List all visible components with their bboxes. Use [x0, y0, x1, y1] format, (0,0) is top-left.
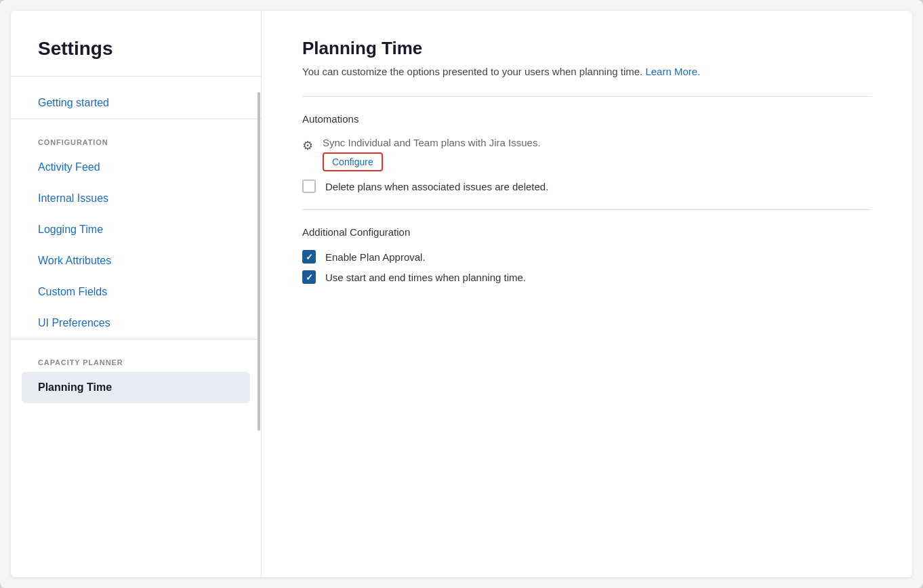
sidebar-item-logging-time[interactable]: Logging Time	[11, 214, 261, 245]
automations-section-label: Automations	[302, 113, 871, 125]
checkbox-use-start-end-times[interactable]: ✓	[302, 270, 316, 284]
filter-icon: ⚙︎	[302, 138, 313, 153]
sidebar-section-configuration: CONFIGURATION	[11, 130, 261, 152]
sidebar-item-work-attributes[interactable]: Work Attributes	[11, 245, 261, 276]
automation-description: Sync Individual and Team plans with Jira…	[323, 137, 541, 148]
checkbox-plan-approval-label: Enable Plan Approval.	[325, 251, 426, 263]
automation-text-block: Sync Individual and Team plans with Jira…	[323, 137, 541, 171]
learn-more-link[interactable]: Learn More.	[645, 66, 700, 77]
checkbox-delete-plans-label: Delete plans when associated issues are …	[325, 181, 548, 192]
checkbox-row-delete-plans: Delete plans when associated issues are …	[302, 180, 871, 193]
additional-config-label: Additional Configuration	[302, 226, 871, 238]
configure-button[interactable]: Configure	[323, 152, 383, 171]
app-window: Settings Getting started CONFIGURATION A…	[0, 0, 923, 588]
sidebar-item-custom-fields[interactable]: Custom Fields	[11, 276, 261, 308]
checkmark-icon: ✓	[306, 252, 313, 262]
checkbox-delete-plans[interactable]	[302, 180, 316, 193]
main-divider-2	[302, 209, 871, 210]
sidebar-item-activity-feed[interactable]: Activity Feed	[11, 152, 261, 183]
main-page-title: Planning Time	[302, 38, 871, 59]
checkbox-start-end-times-label: Use start and end times when planning ti…	[325, 272, 526, 283]
main-content: Planning Time You can customize the opti…	[262, 11, 912, 577]
main-subtitle: You can customize the options presented …	[302, 66, 871, 77]
sidebar-section-capacity-planner: CAPACITY PLANNER	[11, 350, 261, 372]
checkmark-icon-2: ✓	[306, 272, 313, 282]
sidebar-item-getting-started[interactable]: Getting started	[11, 87, 261, 119]
sidebar-divider-1	[11, 119, 261, 119]
main-divider-1	[302, 96, 871, 97]
checkbox-enable-plan-approval[interactable]: ✓	[302, 250, 316, 264]
sidebar-item-internal-issues[interactable]: Internal Issues	[11, 183, 261, 214]
automation-row: ⚙︎ Sync Individual and Team plans with J…	[302, 137, 871, 171]
sidebar-divider-top	[11, 76, 261, 77]
sidebar-item-planning-time[interactable]: Planning Time	[22, 372, 250, 403]
sidebar: Settings Getting started CONFIGURATION A…	[11, 11, 262, 577]
sidebar-divider-2	[11, 339, 261, 339]
page-content: Settings Getting started CONFIGURATION A…	[11, 11, 912, 577]
scrollbar-thumb[interactable]	[258, 92, 260, 431]
scrollbar-track	[257, 11, 261, 577]
page-title: Settings	[11, 11, 261, 76]
checkbox-row-start-end-times: ✓ Use start and end times when planning …	[302, 270, 871, 284]
sidebar-item-ui-preferences[interactable]: UI Preferences	[11, 308, 261, 339]
checkbox-row-plan-approval: ✓ Enable Plan Approval.	[302, 250, 871, 264]
